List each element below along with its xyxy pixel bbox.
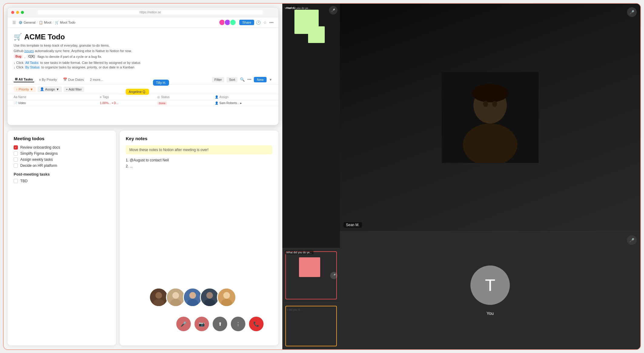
center-mid-mic-icon[interactable]: 🎤 (330, 272, 337, 279)
toolbar-icons: 🕐 ☆ ••• (256, 20, 274, 25)
svg-point-1 (155, 292, 162, 299)
share-button[interactable]: Share (239, 20, 254, 25)
todo-item-3: Assign weekly tasks (14, 157, 110, 162)
todo-icon: 🛒 (55, 21, 59, 25)
url-bar[interactable]: https://notion.se (38, 10, 263, 15)
post-todo-checkbox-1[interactable] (14, 179, 18, 183)
breadcrumb: ⚙️ General / 📋 Moot / 🛒 Moot Todo (18, 21, 217, 25)
you-panel-content: T You (340, 232, 640, 349)
app-container: https://notion.se ☰ ⚙️ General / 📋 Moot (3, 3, 641, 350)
bug-tag: Bug (14, 54, 23, 58)
col-header-tags: ≡ Tags (100, 95, 158, 99)
todo-item-4: Decide on HR platform (14, 163, 110, 168)
key-note-item-2: 2. ... (126, 164, 272, 168)
assign-filter-btn[interactable]: 👤 Assign ▼ (38, 86, 62, 92)
svg-point-11 (204, 299, 215, 306)
tooltip-tilly: Tilly H. (153, 80, 169, 86)
tab-by-priority[interactable]: ≡ By Priority (38, 77, 58, 82)
bar-icon: ≡ (39, 78, 41, 81)
video-button[interactable]: 📷 (194, 317, 209, 331)
click-row-2: ↓ Click By Status to organize tasks by a… (14, 65, 272, 69)
participant-avatar-2[interactable] (166, 288, 185, 307)
video-center-column: Mark C. 🎤 What did you do ye... What did… (282, 4, 340, 349)
filter-button[interactable]: Filter (212, 77, 224, 82)
moot-icon: 📋 (39, 21, 43, 25)
participant-avatar-1[interactable] (149, 288, 168, 307)
sean-name-label: Sean M. (344, 222, 362, 228)
svg-point-7 (189, 292, 196, 299)
you-video-panel: T You 🎤 (340, 231, 640, 349)
history-icon[interactable]: 🕐 (256, 20, 261, 25)
tooltip-angeline: Angeline Q. (126, 89, 149, 95)
todo-checkbox-2[interactable] (14, 151, 18, 156)
end-call-button[interactable]: 📞 (249, 317, 264, 331)
video-center-top: Mark C. 🎤 What did you do ye... (282, 4, 340, 248)
star-icon[interactable]: ☆ (263, 20, 267, 25)
sean-video-content (340, 4, 640, 231)
share-screen-button[interactable]: ⬆ (213, 317, 227, 331)
sean-video-panel: Sean M. 🎤 (340, 4, 640, 231)
issues-link[interactable]: issues (24, 49, 34, 53)
todo-checkbox-4[interactable] (14, 163, 18, 168)
close-button[interactable] (11, 11, 14, 14)
all-tasks-link[interactable]: All Tasks (24, 61, 39, 64)
breadcrumb-general[interactable]: ⚙️ General (18, 21, 35, 25)
page-emoji: 🛒 (14, 33, 22, 41)
tags-row: Bug , C[X] flags to denote if part of a … (14, 54, 272, 58)
breadcrumb-moot[interactable]: 📋 Moot (39, 21, 51, 25)
todo-checkbox-1[interactable] (14, 145, 18, 150)
notion-window: https://notion.se ☰ ⚙️ General / 📋 Moot (7, 7, 279, 125)
svg-point-2 (153, 299, 164, 306)
todo-item-1: Review onboarding docs (14, 145, 110, 150)
participant-avatar-4[interactable] (200, 288, 219, 307)
hamburger-icon[interactable]: ☰ (12, 20, 16, 25)
notion-titlebar: https://notion.se (8, 8, 278, 17)
you-mic-button[interactable]: 🎤 (627, 235, 637, 245)
row-tags: 1.00%... • D... (100, 101, 158, 105)
tab-all-tasks[interactable]: ⊞ All Tasks (14, 77, 34, 82)
participant-avatar-3[interactable] (183, 288, 202, 307)
add-filter-btn[interactable]: + Add filter (64, 87, 84, 92)
center-top-mic-icon[interactable]: 🎤 (329, 6, 337, 15)
more-icon[interactable]: ••• (269, 20, 274, 25)
status-icon: ◎ (157, 95, 160, 99)
svg-point-8 (187, 299, 198, 306)
mute-button[interactable]: 🎤 (176, 317, 191, 331)
svg-point-18 (472, 84, 508, 102)
meeting-todos-title: Meeting todos (14, 136, 110, 141)
tab-more[interactable]: 2 more... (89, 77, 104, 82)
col-header-status: ◎ Status (157, 95, 215, 99)
desc-1: Use this template to keep track of every… (14, 44, 272, 47)
view-tabs: ⊞ All Tasks ≡ By Priority 📅 Due Dates 2 … (8, 75, 278, 84)
aa-icon: Aa (14, 95, 17, 99)
more-options-icon[interactable]: ••• (247, 77, 251, 82)
sean-mic-button[interactable]: 🎤 (627, 7, 637, 17)
by-status-link[interactable]: By Status (24, 65, 40, 69)
you-label: You (486, 311, 494, 316)
participants-bar (149, 288, 236, 307)
search-icon[interactable]: 🔍 (240, 77, 245, 82)
post-todo-item-1: TBD (14, 179, 110, 183)
sort-button[interactable]: Sort (227, 77, 237, 82)
svg-point-4 (172, 292, 179, 299)
key-notes-title: Key notes (126, 136, 272, 141)
svg-point-20 (492, 101, 497, 107)
key-note-banner: Move these notes to Notion after meeting… (126, 145, 272, 154)
minimize-button[interactable] (16, 11, 19, 14)
new-button[interactable]: New (254, 77, 267, 82)
sticky-note-red (299, 257, 320, 277)
maximize-button[interactable] (21, 11, 24, 14)
table-row[interactable]: 📄 Video 1.00%... • D... Done 👤 Sam Rober… (8, 100, 278, 106)
participant-avatar-5[interactable] (217, 288, 236, 307)
priority-filter-btn[interactable]: ↑ Priority ▼ (14, 87, 36, 92)
breadcrumb-moot-todo[interactable]: 🛒 Moot Todo (55, 21, 75, 25)
table-header: Aa Name ≡ Tags ◎ Status 👤 Assign (8, 94, 278, 100)
more-options-button[interactable]: ⋮ (231, 317, 245, 331)
key-note-item-1: 1. @August to contact Neil (126, 158, 272, 162)
row-status: Done (157, 101, 215, 105)
todo-item-2: Simplify Figma designs (14, 151, 110, 156)
todo-checkbox-3[interactable] (14, 157, 18, 162)
you-avatar: T (470, 266, 510, 305)
tab-due-dates[interactable]: 📅 Due Dates (62, 77, 85, 82)
video-center-mid: What did you do ye... 🎤 (282, 248, 340, 302)
